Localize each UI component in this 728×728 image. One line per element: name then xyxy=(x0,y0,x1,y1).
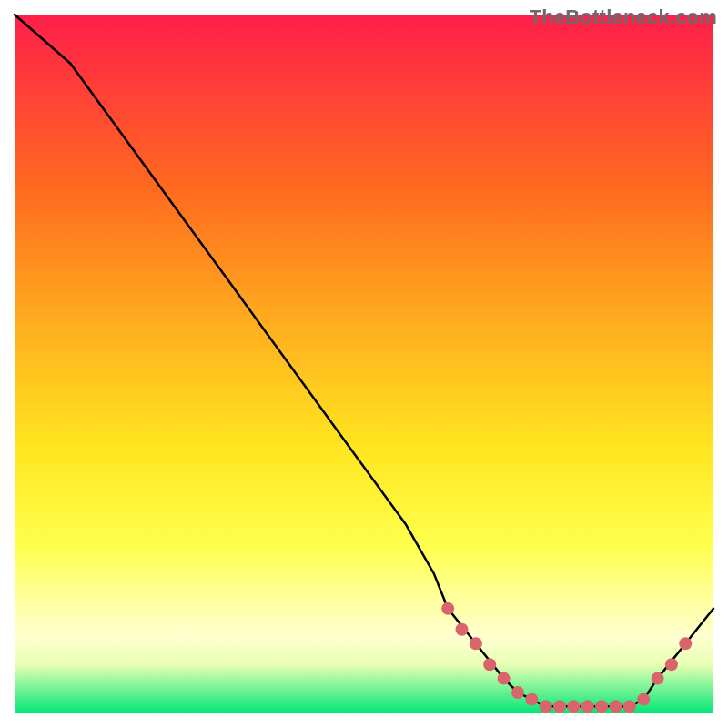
bottleneck-dot xyxy=(441,602,454,615)
watermark-text: TheBottleneck.com xyxy=(530,5,717,29)
bottleneck-dot xyxy=(567,700,580,713)
bottleneck-dot xyxy=(498,672,511,685)
bottleneck-dot xyxy=(610,700,622,713)
bottleneck-dot xyxy=(456,623,469,636)
chart-svg xyxy=(0,0,728,728)
bottleneck-dot xyxy=(525,693,538,706)
plot-background xyxy=(15,15,713,713)
bottleneck-dot xyxy=(511,686,524,699)
bottleneck-dot xyxy=(623,700,636,713)
bottleneck-dot xyxy=(581,700,594,713)
bottleneck-dot xyxy=(679,637,692,650)
bottleneck-dot xyxy=(540,700,552,713)
bottleneck-dot xyxy=(665,658,678,671)
bottleneck-dot xyxy=(595,700,608,713)
bottleneck-dot xyxy=(470,637,482,650)
bottleneck-dot xyxy=(652,672,664,685)
bottleneck-dot xyxy=(553,700,566,713)
bottleneck-dot xyxy=(637,693,650,706)
chart-stage: TheBottleneck.com xyxy=(0,0,728,728)
bottleneck-dot xyxy=(483,658,496,671)
